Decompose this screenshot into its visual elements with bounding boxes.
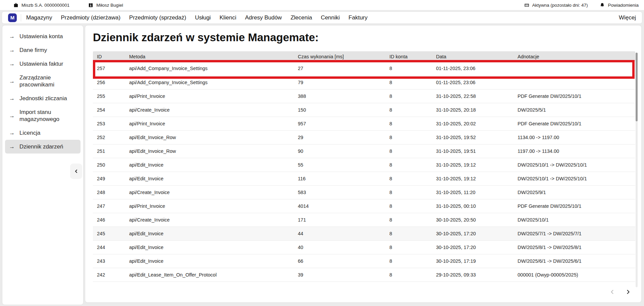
sidebar-item-label: Jednostki zliczania (19, 95, 67, 102)
cell-method: api/Edit_Invoice (125, 158, 294, 172)
cell-time: 55 (294, 158, 385, 172)
nav-item-adresy-budow[interactable]: Adresy Budów (245, 14, 282, 21)
nav-item-zlecenia[interactable]: Zlecenia (290, 14, 312, 21)
table-header-row: ID Metoda Czas wykonania [ms] ID konta D… (93, 51, 635, 62)
cell-date: 31-10-2025, 19:12 (432, 158, 514, 172)
cell-account-id: 8 (385, 199, 432, 213)
nav-item-wiecej[interactable]: Więcej (619, 14, 636, 21)
cell-note: DW/2025/10/1 (514, 213, 635, 227)
table-row: 246 api/Create_Invoice 171 8 30-10-2025,… (93, 213, 635, 227)
event-log-table: ID Metoda Czas wykonania [ms] ID konta D… (93, 51, 635, 282)
cell-date: 31-10-2025, 19:52 (432, 130, 514, 144)
cell-time: 957 (294, 117, 385, 130)
cell-date: 01-11-2025, 23:06 (432, 62, 514, 75)
cell-method: api/Print_Invoice (125, 199, 294, 213)
cell-note (514, 75, 635, 89)
sidebar-item-import-stanu-magazynowego[interactable]: → Import stanu magazynowego (5, 105, 80, 126)
nav-item-przedmioty-sprzedaz[interactable]: Przedmioty (sprzedaż) (129, 14, 186, 21)
cell-id: 243 (93, 254, 125, 268)
table-row: 251 api/Edit_Invoice_Row 90 8 31-10-2025… (93, 144, 635, 158)
cell-method: api/Add_Company_Invoice_Settings (125, 62, 294, 75)
cell-method: api/Add_Company_Invoice_Settings (125, 75, 294, 89)
table-row: 252 api/Edit_Invoice_Row 29 8 31-10-2025… (93, 130, 635, 144)
event-log-table-wrap: ID Metoda Czas wykonania [ms] ID konta D… (93, 51, 635, 282)
nav-item-cenniki[interactable]: Cenniki (321, 14, 340, 21)
notifications-button[interactable]: Powiadomienia (600, 3, 639, 8)
cell-account-id: 8 (385, 254, 432, 268)
main-content: Dziennik zdarzeń w systemie Managemate: … (85, 25, 642, 303)
cell-account-id: 8 (385, 75, 432, 89)
cell-date: 01-11-2025, 23:06 (432, 75, 514, 89)
pagination-next-button[interactable] (625, 288, 632, 296)
cell-note: PDF Generate DW/2025/10/1 (514, 199, 635, 213)
cell-date: 29-10-2025, 09:33 (432, 268, 514, 282)
col-header-data: Data (432, 51, 514, 62)
nav-item-uslugi[interactable]: Usługi (195, 14, 211, 21)
cell-account-id: 8 (385, 144, 432, 158)
license-status: Aktywna (pozostało dni: 47) (524, 3, 588, 8)
user-name: Miłosz Bugiel (96, 3, 123, 8)
cell-account-id: 8 (385, 240, 432, 254)
cell-time: 27 (294, 62, 385, 75)
nav-item-faktury[interactable]: Faktury (348, 14, 368, 21)
cell-account-id: 8 (385, 89, 432, 103)
sidebar-item-licencja[interactable]: → Licencja (5, 126, 80, 140)
sidebar-item-dane-firmy[interactable]: → Dane firmy (5, 43, 80, 57)
cell-date: 31-10-2025, 11:20 (432, 185, 514, 199)
cell-date: 30-10-2025, 20:50 (432, 213, 514, 227)
cell-id: 256 (93, 75, 125, 89)
arrow-right-icon: → (9, 95, 15, 102)
cell-note: PDF Generate DW/2025/10/1 (514, 117, 635, 130)
cell-time: 79 (294, 75, 385, 89)
cell-time: 4014 (294, 199, 385, 213)
table-scrollbar-thumb[interactable] (636, 53, 638, 121)
company-selector[interactable]: Miszb S.A. 0000000001 (13, 3, 69, 8)
cell-note: PDF Generate DW/2025/10/1 (514, 89, 635, 103)
sidebar-collapse-button[interactable] (70, 164, 82, 179)
cell-method: api/Edit_Invoice (125, 240, 294, 254)
table-row: 243 api/Edit_Invoice 66 8 30-10-2025, 17… (93, 254, 635, 268)
sidebar-item-zarzadzanie-pracownikami[interactable]: → Zarządzanie pracownikami (5, 71, 80, 91)
cell-account-id: 8 (385, 103, 432, 117)
arrow-right-icon: → (9, 129, 15, 136)
col-header-id-konta: ID konta (385, 51, 432, 62)
app-logo[interactable]: M (8, 13, 17, 22)
cell-account-id: 8 (385, 158, 432, 172)
chevron-left-icon (73, 169, 79, 174)
cell-method: api/Create_Invoice (125, 185, 294, 199)
sidebar-item-label: Import stanu magazynowego (19, 109, 78, 123)
sidebar-item-dziennik-zdarzen[interactable]: → Dziennik zdarzeń (5, 140, 80, 154)
nav-items: MagazynyPrzedmioty (dzierżawa)Przedmioty… (26, 14, 368, 21)
nav-item-klienci[interactable]: Klienci (219, 14, 236, 21)
user-menu[interactable]: Miłosz Bugiel (88, 3, 123, 8)
sidebar-item-label: Licencja (19, 129, 40, 136)
notifications-label: Powiadomienia (608, 3, 639, 8)
table-row: 253 api/Print_Invoice 957 8 31-10-2025, … (93, 117, 635, 130)
col-header-metoda: Metoda (125, 51, 294, 62)
cell-note: 1197.00 -> 1134.00 (514, 144, 635, 158)
table-row: 257 api/Add_Company_Invoice_Settings 27 … (93, 62, 635, 75)
cell-time: 116 (294, 172, 385, 185)
cell-id: 245 (93, 227, 125, 240)
cell-method: api/Edit_Invoice (125, 172, 294, 185)
cell-note: DW/2025/8/1 -> DW/2025/8/1 (514, 240, 635, 254)
table-scrollbar[interactable] (636, 53, 638, 287)
cell-time: 66 (294, 254, 385, 268)
cell-note: 1134.00 -> 1197.00 (514, 130, 635, 144)
table-row: 242 api/Edit_Lease_Item_On_Offer_Protoco… (93, 268, 635, 282)
sidebar-item-label: Ustawienia konta (19, 33, 63, 40)
cell-id: 250 (93, 158, 125, 172)
cell-note: DW/2025/10/1 -> DW/2025/10/1 (514, 172, 635, 185)
cell-id: 249 (93, 172, 125, 185)
nav-item-przedmioty-dzierzawa[interactable]: Przedmioty (dzierżawa) (61, 14, 120, 21)
cell-note: DW/2025/7/1 -> DW/2025/7/1 (514, 227, 635, 240)
sidebar-item-ustawienia-konta[interactable]: → Ustawienia konta (5, 29, 80, 43)
card-icon (524, 3, 529, 8)
sidebar-item-ustawienia-faktur[interactable]: → Ustawienia faktur (5, 57, 80, 71)
nav-item-magazyny[interactable]: Magazyny (26, 14, 52, 21)
sidebar-item-jednostki-zliczania[interactable]: → Jednostki zliczania (5, 91, 80, 105)
cell-method: api/Edit_Invoice_Row (125, 130, 294, 144)
table-row: 255 api/Print_Invoice 388 8 31-10-2025, … (93, 89, 635, 103)
chevron-right-icon (625, 289, 632, 295)
pagination-prev-button[interactable] (608, 288, 616, 296)
